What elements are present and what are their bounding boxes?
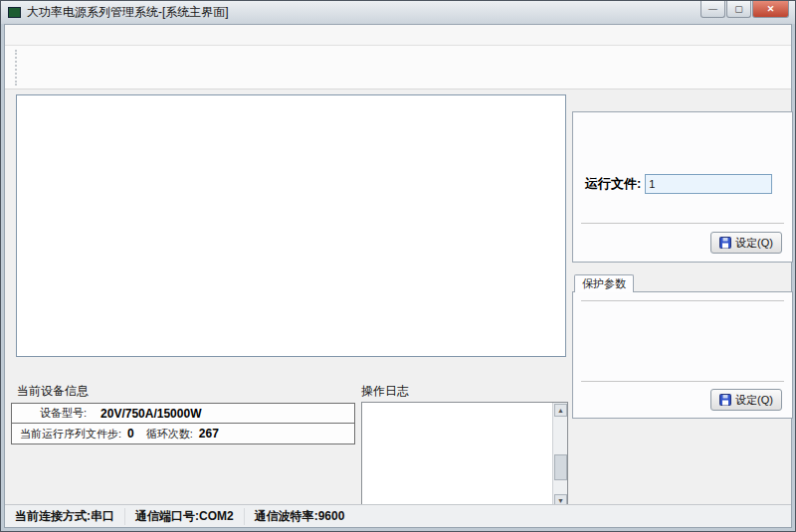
client-area: 当前设备信息 设备型号: 20V/750A/15000W 当前运行序列文件步: …: [4, 24, 792, 528]
chart-panel: [16, 94, 566, 357]
menu-bar: [5, 25, 791, 46]
status-bar: 当前连接方式:串口 通信端口号:COM2 通信波特率:9600: [5, 504, 791, 527]
status-connection: 当前连接方式:串口: [5, 508, 124, 525]
cycle-count-value: 267: [199, 427, 219, 441]
seq-step-value: 0: [127, 427, 134, 441]
scroll-up-icon[interactable]: ▲: [554, 404, 567, 417]
toolbar-gripper[interactable]: [15, 50, 18, 86]
scroll-thumb[interactable]: [554, 454, 567, 480]
minimize-button[interactable]: —: [700, 1, 725, 18]
run-file-label: 运行文件:: [585, 175, 641, 193]
sequence-tab-body: 运行文件: 设定(Q): [572, 111, 793, 263]
device-info-title: 当前设备信息: [17, 383, 355, 400]
sequence-set-button[interactable]: 设定(Q): [710, 232, 782, 254]
app-window: 大功率电源系列管理系统-[系统主界面] — ▢ ✕ 当前设备信息 设备型号: 2…: [0, 0, 796, 532]
device-info-group: 当前设备信息 设备型号: 20V/750A/15000W 当前运行序列文件步: …: [11, 383, 355, 508]
protection-set-button[interactable]: 设定(Q): [710, 389, 782, 411]
device-model-label: 设备型号:: [40, 406, 87, 421]
tab-protection-params[interactable]: 保护参数: [574, 274, 634, 292]
floppy-disk-icon: [719, 237, 731, 249]
device-model-value: 20V/750A/15000W: [100, 407, 201, 421]
close-button[interactable]: ✕: [752, 1, 789, 18]
chart-legend: [16, 360, 566, 380]
run-file-input[interactable]: [645, 174, 772, 194]
window-title: 大功率电源系列管理系统-[系统主界面]: [27, 4, 229, 21]
protection-tab-body: 设定(Q): [572, 291, 793, 419]
floppy-disk-icon: [719, 394, 731, 406]
app-icon: [8, 7, 21, 18]
toolbar: [5, 46, 791, 89]
title-bar: 大功率电源系列管理系统-[系统主界面] — ▢ ✕: [1, 1, 795, 24]
seq-step-label: 当前运行序列文件步:: [20, 427, 121, 442]
right-panel: 运行文件: 设定(Q) 保护参数: [572, 94, 793, 527]
status-baudrate: 通信波特率:9600: [244, 508, 355, 525]
mode-tabstrip: [574, 94, 793, 112]
operation-log-box[interactable]: ▲ ▼: [361, 402, 568, 509]
operation-log-panel: 操作日志 ▲ ▼: [361, 383, 568, 508]
log-scrollbar[interactable]: ▲ ▼: [552, 403, 567, 508]
status-port: 通信端口号:COM2: [124, 508, 244, 525]
maximize-button[interactable]: ▢: [726, 1, 751, 18]
operation-log-title: 操作日志: [361, 383, 568, 400]
cycle-count-label: 循环次数:: [146, 427, 193, 442]
